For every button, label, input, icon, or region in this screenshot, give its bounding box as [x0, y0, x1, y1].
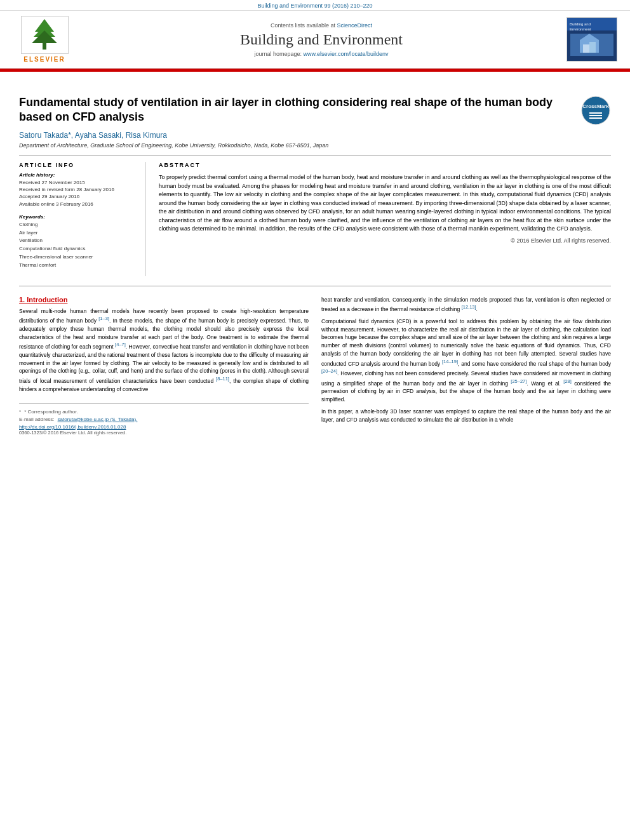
elsevier-logo: ELSEVIER [13, 16, 76, 63]
keyword-5: Three-dimensional laser scanner [19, 253, 136, 262]
article-container: Fundamental study of ventilation in air … [0, 79, 630, 448]
accepted-date: Accepted 29 January 2016 [19, 193, 136, 200]
abstract-heading: ABSTRACT [159, 162, 611, 168]
article-info-panel: ARTICLE INFO Article history: Received 2… [19, 162, 146, 276]
cite-4-7: [4–7] [115, 342, 126, 347]
article-history-heading: Article history: [19, 172, 136, 178]
sciencedirect-link[interactable]: ScienceDirect [337, 22, 373, 29]
abstract-section: ABSTRACT To properly predict thermal com… [159, 162, 611, 276]
svg-text:Building and: Building and [570, 22, 591, 26]
col-right: heat transfer and ventilation. Consequen… [321, 296, 611, 436]
intro-p3: Computational fluid dynamics (CFD) is a … [321, 317, 611, 404]
elsevier-tree-icon [21, 16, 69, 54]
cite-14-19: [14–19] [442, 359, 458, 364]
svg-rect-11 [589, 42, 596, 53]
copyright-line: © 2016 Elsevier Ltd. All rights reserved… [159, 237, 611, 244]
footnote-corresponding-text: * Corresponding author. [24, 409, 78, 415]
section1-heading: 1. Introduction [19, 296, 309, 303]
keyword-6: Thermal comfort [19, 262, 136, 270]
keyword-3: Ventilation [19, 237, 136, 245]
author-names: Satoru Takada*, Ayaha Sasaki, Risa Kimur… [19, 131, 167, 140]
journal-homepage: journal homepage: www.elsevier.com/locat… [76, 51, 566, 57]
available-date: Available online 3 February 2016 [19, 201, 136, 208]
col-left: 1. Introduction Several multi-node human… [19, 296, 309, 436]
journal-cover-image: Building and Environment [566, 17, 617, 62]
journal-contents-link: Contents lists available at ScienceDirec… [76, 22, 566, 29]
cite-1-3: [1–3] [98, 316, 109, 321]
elsevier-label: ELSEVIER [23, 56, 65, 63]
svg-text:Environment: Environment [570, 27, 591, 31]
homepage-link[interactable]: www.elsevier.com/locate/buildenv [304, 51, 389, 57]
cite-28: [28] [563, 378, 572, 384]
article-title: Fundamental study of ventilation in air … [19, 95, 580, 125]
affiliation: Department of Architecture, Graduate Sch… [19, 142, 611, 149]
svg-point-12 [582, 97, 610, 124]
journal-header: Building and Environment 99 (2016) 210–2… [0, 0, 630, 70]
footnote-star-symbol: * [19, 409, 21, 415]
journal-citation: Building and Environment 99 (2016) 210–2… [257, 3, 372, 9]
received-revised-date: Received in revised form 28 January 2016 [19, 186, 136, 193]
keyword-2: Air layer [19, 229, 136, 237]
svg-rect-10 [583, 44, 589, 53]
doi-line: http://dx.doi.org/10.1016/j.buildenv.201… [19, 424, 309, 430]
journal-main-title: Building and Environment [76, 31, 566, 48]
journal-top-bar: Building and Environment 99 (2016) 210–2… [0, 0, 630, 10]
red-border [0, 70, 630, 72]
article-body: ARTICLE INFO Article history: Received 2… [19, 155, 611, 276]
main-content: 1. Introduction Several multi-node human… [19, 293, 611, 439]
cite-8-11: [8–11] [216, 376, 229, 382]
doi-link[interactable]: http://dx.doi.org/10.1016/j.buildenv.201… [19, 424, 126, 430]
article-footer: * * Corresponding author. E-mail address… [19, 403, 309, 436]
cite-25-27: [25–27] [511, 378, 526, 384]
email-label: E-mail address: [19, 417, 55, 422]
crossmark-badge: CrossMark [580, 95, 611, 126]
keyword-1: Clothing [19, 221, 136, 229]
article-title-section: Fundamental study of ventilation in air … [19, 89, 611, 126]
cite-12-13: [12,13] [462, 304, 476, 310]
intro-p1: Several multi-node human thermal models … [19, 307, 309, 394]
footnote-email: E-mail address: satoruta@kobe-u.ac.jp (S… [19, 417, 309, 422]
article-history-section: Article history: Received 27 November 20… [19, 172, 136, 208]
issn-line: 0360-1323/© 2016 Elsevier Ltd. All right… [19, 430, 309, 436]
svg-text:CrossMark: CrossMark [582, 103, 609, 109]
keywords-list: Clothing Air layer Ventilation Computati… [19, 221, 136, 270]
keywords-heading: Keywords: [19, 214, 136, 220]
intro-p4: In this paper, a whole-body 3D laser sca… [321, 408, 611, 424]
cite-20-24: [20–24] [321, 368, 337, 374]
authors-line: Satoru Takada*, Ayaha Sasaki, Risa Kimur… [19, 131, 611, 140]
received-date: Received 27 November 2015 [19, 179, 136, 186]
journal-title-center: Contents lists available at ScienceDirec… [76, 22, 566, 57]
intro-p2: heat transfer and ventilation. Consequen… [321, 296, 611, 314]
section-divider [19, 286, 611, 286]
footnote-corresponding: * * Corresponding author. [19, 409, 309, 415]
keyword-4: Computational fluid dynamics [19, 245, 136, 253]
email-link[interactable]: satoruta@kobe-u.ac.jp (S. Takada). [58, 417, 138, 422]
abstract-text: To properly predict thermal comfort usin… [159, 173, 611, 234]
journal-banner: ELSEVIER Contents lists available at Sci… [0, 10, 630, 69]
keywords-section: Keywords: Clothing Air layer Ventilation… [19, 214, 136, 270]
article-info-heading: ARTICLE INFO [19, 162, 136, 168]
